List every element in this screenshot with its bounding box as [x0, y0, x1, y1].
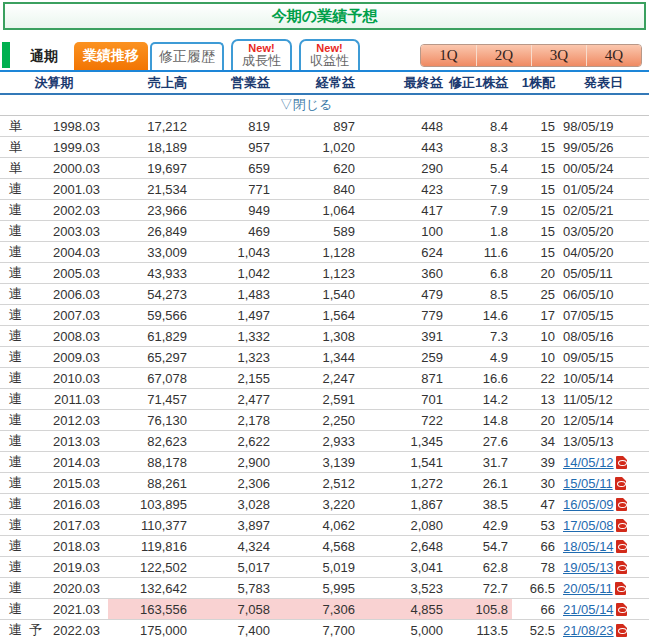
pdf-icon[interactable] — [616, 603, 627, 616]
cell-adjusted-eps: 72.7 — [448, 578, 512, 599]
row-period: 2000.03 — [46, 158, 108, 179]
cell-net-profit: 360 — [360, 263, 448, 284]
pdf-icon[interactable] — [615, 582, 626, 595]
tab-growth[interactable]: New! 成長性 — [231, 39, 292, 70]
report-date-link[interactable]: 16/05/09 — [563, 497, 614, 512]
quarter-button-4q[interactable]: 4Q — [586, 45, 641, 66]
consolidation-marker: 連 — [9, 223, 22, 238]
cell-dividend: 22 — [512, 368, 558, 389]
consolidation-marker: 単 — [9, 118, 22, 133]
pdf-icon[interactable] — [616, 540, 627, 553]
report-date: 01/05/24 — [563, 182, 614, 197]
row-marker: 連 — [0, 179, 46, 200]
row-period: 2020.03 — [46, 578, 108, 599]
cell-net-profit: 448 — [360, 116, 448, 137]
row-marker: 連 — [0, 578, 46, 599]
report-date: 07/05/15 — [563, 308, 614, 323]
cell-adjusted-eps: 11.6 — [448, 242, 512, 263]
cell-net-profit: 4,855 — [360, 599, 448, 620]
cell-net-profit: 722 — [360, 410, 448, 431]
cell-dividend: 66 — [512, 536, 558, 557]
cell-operating-profit: 949 — [192, 200, 275, 221]
report-date: 03/05/20 — [563, 224, 614, 239]
report-date-link[interactable]: 15/05/11 — [563, 476, 613, 491]
tab-full-year[interactable]: 通期 — [18, 44, 70, 70]
table-row: 連予2022.03175,0007,4007,7005,000113.552.5… — [0, 620, 649, 638]
cell-ordinary-profit: 1,123 — [275, 263, 360, 284]
quarter-button-3q[interactable]: 3Q — [531, 45, 586, 66]
report-date: 99/05/26 — [563, 140, 614, 155]
consolidation-marker: 連 — [9, 412, 22, 427]
tab-revision-history[interactable]: 修正履歴 — [150, 42, 224, 70]
table-row: 連2008.0361,8291,3321,3083917.31008/05/16 — [0, 326, 649, 347]
report-date-link[interactable]: 17/05/08 — [563, 518, 614, 533]
pdf-icon[interactable] — [616, 456, 627, 469]
table-row: 連2004.0333,0091,0431,12862411.61504/05/2… — [0, 242, 649, 263]
pdf-icon[interactable] — [616, 561, 627, 574]
tab-performance-trend[interactable]: 業績推移 — [74, 42, 148, 70]
cell-announce-date: 08/05/16 — [558, 326, 649, 347]
col-header-adjusted-eps: 修正1株益 — [448, 72, 512, 94]
cell-adjusted-eps: 113.5 — [448, 620, 512, 638]
cell-announce-date: 07/05/15 — [558, 305, 649, 326]
row-marker: 連 — [0, 431, 46, 452]
report-date-link[interactable]: 19/05/13 — [563, 560, 614, 575]
collapse-link[interactable]: ▽閉じる — [280, 97, 333, 112]
table-row: 連2016.03103,8953,0283,2201,86738.54716/0… — [0, 494, 649, 515]
pdf-icon[interactable] — [615, 477, 626, 490]
quarter-button-2q[interactable]: 2Q — [476, 45, 531, 66]
row-period: 2001.03 — [46, 179, 108, 200]
report-date: 98/05/19 — [563, 119, 614, 134]
row-marker: 連 — [0, 599, 46, 620]
cell-announce-date: 04/05/20 — [558, 242, 649, 263]
consolidation-marker: 連 — [9, 475, 22, 490]
consolidation-marker: 連 — [9, 538, 22, 553]
row-period: 2004.03 — [46, 242, 108, 263]
cell-sales: 122,502 — [108, 557, 192, 578]
cell-net-profit: 479 — [360, 284, 448, 305]
row-marker: 連予 — [0, 620, 46, 638]
cell-dividend: 53 — [512, 515, 558, 536]
cell-adjusted-eps: 16.6 — [448, 368, 512, 389]
report-date-link[interactable]: 20/05/11 — [563, 581, 613, 596]
tab-profitability[interactable]: New! 収益性 — [299, 39, 360, 70]
table-row: 連2018.03119,8164,3244,5682,64854.76618/0… — [0, 536, 649, 557]
cell-operating-profit: 4,324 — [192, 536, 275, 557]
cell-net-profit: 443 — [360, 137, 448, 158]
cell-operating-profit: 1,323 — [192, 347, 275, 368]
row-marker: 連 — [0, 242, 46, 263]
cell-adjusted-eps: 4.9 — [448, 347, 512, 368]
collapse-row: ▽閉じる — [0, 94, 649, 116]
report-date-link[interactable]: 21/05/14 — [563, 602, 614, 617]
pdf-icon[interactable] — [616, 519, 627, 532]
report-date: 13/05/13 — [563, 434, 614, 449]
cell-dividend: 66.5 — [512, 578, 558, 599]
report-date: 04/05/20 — [563, 245, 614, 260]
cell-ordinary-profit: 1,564 — [275, 305, 360, 326]
cell-dividend: 25 — [512, 284, 558, 305]
cell-net-profit: 290 — [360, 158, 448, 179]
table-row: 連2015.0388,2612,3062,5121,27226.13015/05… — [0, 473, 649, 494]
cell-net-profit: 779 — [360, 305, 448, 326]
report-date-link[interactable]: 18/05/14 — [563, 539, 614, 554]
cell-adjusted-eps: 26.1 — [448, 473, 512, 494]
cell-announce-date: 09/05/15 — [558, 347, 649, 368]
cell-operating-profit: 2,622 — [192, 431, 275, 452]
report-date-link[interactable]: 14/05/12 — [563, 455, 614, 470]
cell-operating-profit: 2,900 — [192, 452, 275, 473]
cell-announce-date: 19/05/13 — [558, 557, 649, 578]
table-row: 連2014.0388,1782,9003,1391,54131.73914/05… — [0, 452, 649, 473]
row-period: 2013.03 — [46, 431, 108, 452]
pdf-icon[interactable] — [616, 624, 627, 637]
cell-operating-profit: 1,043 — [192, 242, 275, 263]
row-marker: 単 — [0, 158, 46, 179]
cell-net-profit: 1,272 — [360, 473, 448, 494]
report-date-link[interactable]: 21/08/23 — [563, 623, 614, 638]
col-header-operating-profit: 営業益 — [192, 72, 275, 94]
quarter-button-1q[interactable]: 1Q — [421, 45, 476, 66]
cell-ordinary-profit: 4,568 — [275, 536, 360, 557]
table-row: 連2005.0343,9331,0421,1233606.82005/05/11 — [0, 263, 649, 284]
pdf-icon[interactable] — [616, 498, 627, 511]
cell-announce-date: 00/05/24 — [558, 158, 649, 179]
tab-profitability-label: 収益性 — [310, 54, 349, 68]
